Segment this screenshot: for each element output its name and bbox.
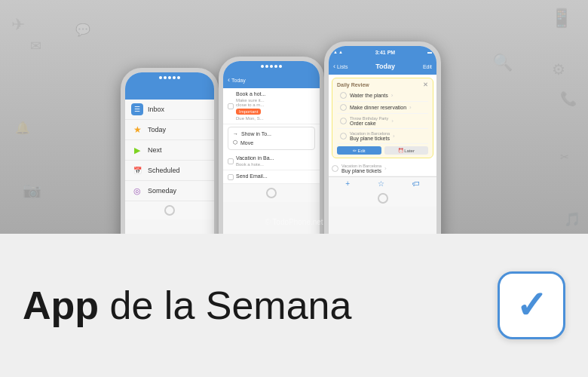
task-item-3[interactable]: Send Email... [223,170,320,184]
deco-icon-11: 🔍 [492,53,513,72]
cdot-5 [279,65,282,68]
chevron-vacation: › [384,165,387,172]
star-btn[interactable]: ☆ [378,179,384,188]
menu-item-inbox[interactable]: ☰ Inbox [125,100,214,120]
phone-left-header [125,83,214,100]
chevron-1: › [391,92,394,99]
phone-right-content: Daily Review ✕ Water the plants › Make d… [329,75,436,176]
today-label: Today [148,126,166,133]
inbox-label: Inbox [148,106,164,113]
dot-4 [173,76,176,79]
phone-center-header: ‹ Today [223,72,320,88]
today-task-info-2: Make dinner reservation [350,105,406,110]
phone-right-header: ‹ Lists Today Edit [329,58,436,75]
context-show-label: Show in To... [241,131,271,136]
task-circle-4[interactable] [340,133,347,139]
app-title: App de la Semana [23,283,482,328]
chevron-4: › [393,133,395,139]
home-button-center[interactable] [266,188,277,198]
daily-review-close[interactable]: ✕ [423,81,428,88]
phone-left-status [125,72,214,83]
task-item-1[interactable]: Book a hot... Make sure it... close to a… [223,88,320,124]
right-header-title: Today [348,63,423,70]
right-back[interactable]: ‹ Lists [333,63,348,70]
task-sub2-1: close to a m... [236,103,265,107]
phone-center-bottom [223,184,320,202]
right-header-edit[interactable]: Edit [423,64,432,69]
app-icon-wrapper: ✓ [498,271,565,339]
scheduled-label: Scheduled [148,167,180,174]
today-task-1[interactable]: Water the plants › [337,90,428,102]
menu-item-next[interactable]: ▶ Next [125,140,214,161]
tag-btn[interactable]: 🏷 [412,179,420,188]
task-text-2: Vacation in Ba... [236,155,274,161]
vacation-task-info: Vacation in Barcelona Buy plane tickets [341,164,381,173]
task-item-2[interactable]: Vacation in Ba... Book a hote... [223,152,320,170]
task-circle-2[interactable] [340,104,347,111]
deco-icon-1: ✈ [11,15,25,35]
later-btn[interactable]: ⏰ Later [384,146,429,155]
vacation-text: Buy plane tickets [341,168,381,173]
center-back[interactable]: ‹ Today [228,76,246,84]
context-show[interactable]: → Show in To... [233,130,310,138]
today-task-text-4: Buy plane tickets [350,136,390,141]
today-task-info-3: Throw Birthday Party Order cake [350,116,388,126]
daily-review-title-row: Daily Review ✕ [337,81,428,88]
task-sub-2: Book a hote... [236,162,274,167]
phone-right: ▲ ▲ 3:41 PM ▬ ‹ Lists Today Edit Daily R… [324,41,441,264]
context-move[interactable]: ⬡ Move [233,138,310,147]
signal-icons: ▲ ▲ [333,50,343,54]
menu-item-someday[interactable]: ◎ Someday [125,181,214,201]
checkmark-icon: ✓ [516,284,547,327]
deco-icon-9: 🎵 [564,211,580,228]
cdot-2 [265,65,268,68]
daily-review-label: Daily Review [337,82,369,87]
task-due-1: Due Mon, S... [236,116,265,121]
chevron-3: › [391,118,394,124]
someday-label: Someday [148,187,176,195]
someday-icon: ◎ [131,185,143,197]
context-move-icon: ⬡ [233,139,237,146]
vacation-task[interactable]: Vacation in Barcelona Buy plane tickets … [329,161,436,176]
next-icon: ▶ [131,144,143,156]
center-back-label: Today [231,78,246,83]
daily-review-card: Daily Review ✕ Water the plants › Make d… [332,78,433,158]
today-task-info-1: Water the plants [350,93,388,98]
dot-1 [159,76,162,79]
task-title-1: Book a hot... Make sure it... close to a… [236,91,265,121]
status-dots [159,76,180,79]
today-task-text-1: Water the plants [350,93,388,98]
task-checkbox-1[interactable] [228,103,234,109]
menu-item-today[interactable]: ★ Today [125,120,214,140]
phone-right-home [329,190,436,207]
center-task-list: Book a hot... Make sure it... close to a… [223,88,320,184]
context-menu: → Show in To... ⬡ Move [228,127,315,150]
dot-2 [164,76,167,79]
task-badge-1: Important [236,109,261,115]
chevron-2: › [409,104,412,111]
today-task-info-4: Vacation in Barcelona Buy plane tickets [350,131,390,141]
task-circle-3[interactable] [340,118,347,124]
today-task-text-2: Make dinner reservation [350,105,406,110]
today-task-4[interactable]: Vacation in Barcelona Buy plane tickets … [337,129,428,144]
next-label: Next [148,146,162,154]
deco-icon-6: 🔔 [15,121,30,135]
home-button-right[interactable] [378,193,388,204]
task-circle-vacation[interactable] [332,165,338,172]
phone-left-bottom [125,201,214,219]
cdot-4 [274,65,277,68]
menu-item-scheduled[interactable]: 📅 Scheduled [125,161,214,181]
task-checkbox-2[interactable] [228,158,234,164]
phone-center-status [223,61,320,72]
right-back-label: Lists [337,64,348,69]
task-circle-1[interactable] [340,92,347,99]
deco-icon-4: ⚙ [552,60,565,78]
task-text-1: Book a hot... [236,91,265,97]
task-checkbox-3[interactable] [228,174,234,180]
today-task-3[interactable]: Throw Birthday Party Order cake › [337,114,428,129]
deco-icon-10: 💬 [75,23,90,37]
today-task-2[interactable]: Make dinner reservation › [337,102,428,114]
add-btn[interactable]: + [345,179,350,188]
home-button-left[interactable] [164,205,175,216]
edit-btn[interactable]: ✏ Edit [337,146,381,155]
